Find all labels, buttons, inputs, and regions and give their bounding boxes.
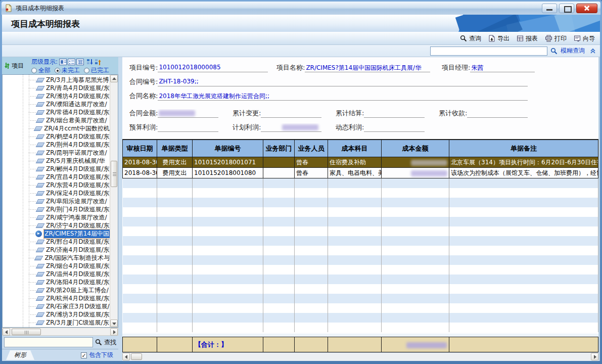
scroll-thumb[interactable] [12, 329, 41, 335]
column-header-1[interactable]: 单据类型 [157, 140, 193, 157]
column-header-7[interactable]: 单据备注 [449, 140, 598, 157]
panel-splitter[interactable] [118, 57, 122, 361]
filter-all[interactable]: 全部 [31, 66, 51, 75]
title-bar[interactable]: 项目成本明细报表 [2, 2, 600, 15]
refresh-icon[interactable] [4, 62, 10, 69]
tree-item[interactable]: ZR/济南4月D级巡展/东 [3, 246, 110, 254]
total-settlement-value[interactable] [364, 109, 425, 118]
tree-item[interactable]: ZR/常德4月D级巡展/东 [3, 108, 110, 116]
contract-name-value[interactable]: 2018年华工激光展览搭建制作运营合同;; [158, 92, 528, 101]
scroll-left-button[interactable] [3, 328, 10, 336]
restore-button[interactable] [559, 4, 574, 13]
include-sublevel-checkbox[interactable]: ✓ [81, 352, 87, 358]
column-header-5[interactable]: 成本科目 [328, 140, 382, 157]
scroll-right-button[interactable] [110, 328, 118, 336]
tree-item[interactable]: ZR/阜阳乐途展厅改造/ [3, 197, 110, 205]
planned-profit-value[interactable] [261, 123, 321, 132]
project-code-value[interactable]: 1010012018000085 [158, 64, 268, 72]
column-header-4[interactable]: 业务人员 [295, 140, 328, 157]
tree-item-label: ZR/鹤壁4月D级巡展/东 [46, 132, 110, 141]
tree-item[interactable]: ZR/温州4月D级巡展/东 [3, 270, 110, 278]
project-doc-icon [36, 191, 45, 196]
contract-amount-value[interactable] [158, 109, 218, 118]
scroll-left-button[interactable] [122, 353, 130, 360]
total-receipt-value[interactable] [467, 109, 528, 118]
project-name-value[interactable]: ZR/CIMES?第14届中国国际机床工具展/华 [305, 64, 430, 72]
tree-item[interactable]: ZR/宜昌4月D级巡展/东 [3, 173, 110, 181]
close-button[interactable] [576, 4, 597, 13]
grid-view-icon[interactable] [76, 59, 84, 65]
sort-ascending-icon[interactable] [95, 59, 102, 66]
tree-item[interactable]: ZR/郴州4月D级巡展/东 [3, 165, 110, 173]
tree-item[interactable]: ZR/邢台4月D级巡展/东 [3, 238, 110, 246]
tree-item[interactable]: ZR/济宁4月D级巡展/东 [3, 221, 110, 230]
tree-item[interactable]: ZR/潍坊4月D级巡展/东 [3, 92, 110, 100]
tree-item[interactable]: ZR/荆门4月D级巡展/东 [3, 205, 110, 213]
scroll-thumb[interactable] [111, 161, 117, 187]
tree-item[interactable]: ZR/荆州4月D级巡展/东 [3, 141, 110, 149]
fuzzy-search-input[interactable] [430, 47, 547, 56]
card-view-icon[interactable] [59, 59, 67, 65]
scroll-up-button[interactable] [110, 75, 118, 82]
project-manager-value[interactable]: 朱茜 [470, 64, 535, 72]
tree-item[interactable]: ZR/咸宁鸿泰展厅改造/ [3, 213, 110, 221]
filter-finished[interactable]: 已完工 [84, 66, 109, 75]
tab-tree-view[interactable]: 树形 [6, 350, 34, 360]
tree-item[interactable]: ZR/洛阳4月D级巡展/东 [3, 278, 110, 286]
tree-item[interactable]: ZR/3月厦门C级巡展/东 [3, 318, 110, 327]
toolbar-button-报表[interactable]: 报表 [517, 34, 538, 43]
tree-item[interactable]: ZR/杭州4月D级巡展/东 [3, 294, 110, 302]
tree-item[interactable]: ZR/潍坊3月D级巡展/东 [3, 310, 110, 318]
table-row[interactable]: 2018-08-30费用支出1010152018001080曾春家具、电器电料、… [123, 168, 598, 178]
toolbar-button-打印[interactable]: 打印 [545, 34, 567, 43]
tree-item[interactable]: ZR/昆明平诺展厅改造/ [3, 149, 110, 157]
tree-item[interactable]: ZR/保定4月D级巡展/东 [3, 189, 110, 197]
empty-grid-row [123, 236, 598, 246]
tree-vertical-scrollbar[interactable] [110, 75, 118, 327]
table-row[interactable]: 2018-08-30费用支出1010152018001071曾春住宿费及补助北京… [123, 157, 598, 168]
scroll-thumb[interactable] [131, 353, 142, 360]
contract-code-value[interactable]: ZHT-18-039;; [158, 78, 528, 86]
tree-item[interactable]: ZR/国际汽车制造技术与 [3, 254, 110, 262]
column-header-6[interactable]: 成本金额 [382, 140, 449, 157]
tree-item[interactable]: ZR/青岛4月D级巡展/东 [3, 84, 110, 92]
tree-item[interactable]: ZR/濮阳通达展厅改造/ [3, 100, 110, 108]
column-header-3[interactable]: 业务部门 [263, 140, 295, 157]
toolbar-button-向导[interactable]: 向导 [574, 34, 595, 43]
filter-unfinished[interactable]: 未完工 [55, 66, 80, 75]
tree-item[interactable]: ZR/5月重庆机械展/华 [3, 157, 110, 165]
grid-horizontal-scrollbar[interactable] [122, 352, 598, 361]
tree-item[interactable]: ZR/3月上海慕尼黑光博 [3, 76, 110, 84]
tree-item[interactable]: ZR/第20届上海工博会/ [3, 286, 110, 294]
tree-item[interactable]: ZR/烟台4月D级巡展/东 [3, 262, 110, 270]
tree-item[interactable]: ZR/石家庄3月D级巡展/ [3, 302, 110, 310]
minimize-button[interactable] [542, 4, 557, 13]
total-change-value[interactable] [261, 109, 321, 118]
tree-item[interactable]: ZR/东营4月D级巡展/东 [3, 181, 110, 189]
tree-item[interactable]: ZR/CIMES?第14届中国 [3, 230, 110, 238]
find-button[interactable]: 查找 [104, 338, 116, 347]
include-sublevel-option[interactable]: ✓ 包含下级 [81, 351, 118, 359]
column-header-2[interactable]: 单据编号 [193, 140, 263, 157]
empty-grid-row [123, 323, 598, 332]
scroll-right-button[interactable] [591, 353, 598, 360]
column-header-0[interactable]: 审核日期 [123, 140, 157, 157]
toolbar-button-查询[interactable]: 查询 [460, 34, 481, 43]
toolbar-button-导出[interactable]: 导出 [488, 34, 510, 43]
tree-item[interactable]: ZR/烟台君美展厅改造/ [3, 116, 110, 124]
collapse-chevron-icon[interactable] [590, 48, 596, 54]
scroll-down-button[interactable] [110, 320, 118, 327]
sort-descending-icon[interactable] [86, 59, 94, 66]
dynamic-profit-value[interactable] [364, 123, 425, 132]
tree-horizontal-scrollbar[interactable] [2, 328, 118, 336]
table-cell: 家具、电器电料、美 [328, 168, 382, 178]
project-doc-icon [36, 159, 45, 163]
tree-find-input[interactable] [4, 337, 93, 347]
budget-profit-value[interactable] [158, 123, 218, 132]
fuzzy-search-button[interactable]: 模糊查询 [561, 47, 585, 55]
tree-item[interactable]: ZR/鹤壁4月D级巡展/东 [3, 132, 110, 141]
search-icon [460, 35, 467, 42]
list-view-icon[interactable] [68, 59, 75, 65]
tree-root-label[interactable]: 项目 [12, 62, 24, 70]
tree-item[interactable]: ZR/4月ccmt中国数控机 [3, 124, 110, 132]
